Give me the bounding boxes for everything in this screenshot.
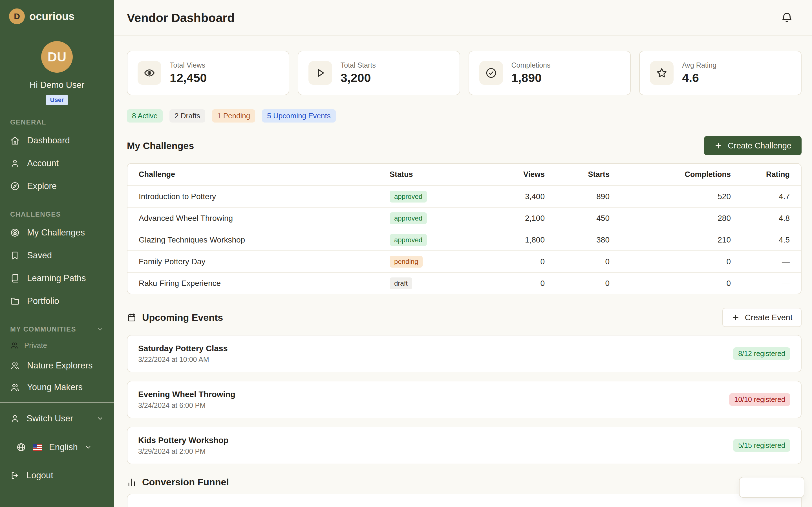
- registered-badge: 5/15 registered: [733, 439, 790, 452]
- sidebar-item-label: Dashboard: [27, 135, 70, 146]
- event-title: Evening Wheel Throwing: [138, 390, 236, 399]
- stat-value: 1,890: [511, 71, 551, 85]
- sidebar-item-label: Account: [27, 158, 59, 168]
- play-icon: [308, 61, 332, 85]
- stat-card-total-starts: Total Starts 3,200: [298, 51, 460, 95]
- sidebar-item-saved[interactable]: Saved: [0, 244, 114, 267]
- brand: D ocurious: [0, 0, 114, 24]
- section-label-general: GENERAL: [0, 118, 114, 126]
- stat-label: Avg Rating: [682, 61, 716, 69]
- sidebar-item-private[interactable]: Private: [0, 336, 114, 355]
- stat-value: 4.6: [682, 71, 716, 85]
- folder-icon: [10, 296, 20, 306]
- stat-card-completions: Completions 1,890: [469, 51, 631, 95]
- my-challenges-header: My Challenges Create Challenge: [127, 136, 802, 155]
- summary-badges: 8 Active 2 Drafts 1 Pending 5 Upcoming E…: [127, 109, 802, 122]
- event-card[interactable]: Evening Wheel Throwing 3/24/2024 at 6:00…: [127, 381, 802, 418]
- table-row[interactable]: Introduction to Pottery approved 3,400 8…: [128, 185, 801, 207]
- brand-name: ocurious: [29, 10, 74, 22]
- col-rating: Rating: [731, 170, 790, 179]
- main-content: Vendor Dashboard Total Views 12,450 Tota…: [114, 0, 812, 507]
- us-flag-icon: [33, 444, 42, 451]
- star-icon: [650, 61, 673, 85]
- sidebar-item-learning-paths[interactable]: Learning Paths: [0, 267, 114, 290]
- greeting-text: Hi Demo User: [30, 80, 85, 90]
- floating-widget[interactable]: [739, 477, 804, 498]
- topbar: Vendor Dashboard: [114, 0, 812, 36]
- event-title: Kids Pottery Workshop: [138, 436, 229, 445]
- conversion-funnel-card: 12,450: [127, 494, 802, 507]
- brand-logo: D: [9, 8, 25, 24]
- table-row[interactable]: Family Pottery Day pending 0 0 0 —: [128, 250, 801, 272]
- event-datetime: 3/29/2024 at 2:00 PM: [138, 447, 229, 455]
- status-badge: draft: [390, 277, 412, 289]
- language-selector[interactable]: English: [0, 435, 114, 459]
- stat-value: 12,450: [170, 71, 207, 85]
- col-views: Views: [497, 170, 545, 179]
- sidebar: D ocurious DU Hi Demo User User GENERAL …: [0, 0, 114, 507]
- sidebar-item-portfolio[interactable]: Portfolio: [0, 290, 114, 313]
- sidebar-item-account[interactable]: Account: [0, 152, 114, 175]
- sidebar-item-label: My Challenges: [27, 228, 85, 238]
- drafts-badge: 2 Drafts: [169, 109, 205, 122]
- stat-label: Total Views: [170, 61, 207, 69]
- chevron-down-icon[interactable]: [96, 326, 104, 333]
- users-icon: [10, 383, 20, 392]
- sidebar-item-my-challenges[interactable]: My Challenges: [0, 221, 114, 244]
- check-circle-icon: [479, 61, 503, 85]
- bell-icon[interactable]: [780, 11, 794, 24]
- sidebar-item-label: Portfolio: [27, 296, 59, 306]
- table-row[interactable]: Advanced Wheel Throwing approved 2,100 4…: [128, 207, 801, 229]
- status-badge: approved: [390, 234, 427, 246]
- conversion-funnel-title: Conversion Funnel: [142, 476, 229, 488]
- pending-badge: 1 Pending: [212, 109, 255, 122]
- sidebar-item-dashboard[interactable]: Dashboard: [0, 129, 114, 152]
- upcoming-events-title: Upcoming Events: [127, 312, 223, 323]
- registered-badge: 10/10 registered: [729, 393, 790, 406]
- globe-icon: [16, 443, 26, 452]
- stat-card-avg-rating: Avg Rating 4.6: [639, 51, 802, 95]
- section-label-my-communities[interactable]: MY COMMUNITIES: [0, 325, 114, 333]
- logout-button[interactable]: Logout: [0, 463, 114, 488]
- sidebar-item-label: Nature Explorers: [27, 360, 93, 371]
- sidebar-item-nature-explorers[interactable]: Nature Explorers: [0, 355, 114, 376]
- create-event-button[interactable]: Create Event: [722, 308, 802, 327]
- my-challenges-title: My Challenges: [127, 140, 194, 151]
- table-row[interactable]: Glazing Techniques Workshop approved 1,8…: [128, 229, 801, 250]
- plus-icon: [714, 142, 723, 150]
- section-label-challenges: CHALLENGES: [0, 210, 114, 218]
- conversion-funnel-header: Conversion Funnel: [127, 476, 802, 488]
- col-completions: Completions: [610, 170, 731, 179]
- sidebar-item-explore[interactable]: Explore: [0, 175, 114, 198]
- book-icon: [10, 274, 20, 283]
- stat-label: Total Starts: [341, 61, 376, 69]
- home-icon: [10, 136, 20, 145]
- event-datetime: 3/24/2024 at 6:00 PM: [138, 401, 236, 409]
- sidebar-item-young-makers[interactable]: Young Makers: [0, 376, 114, 398]
- stat-label: Completions: [511, 61, 551, 69]
- upcoming-events-header: Upcoming Events Create Event: [127, 308, 802, 327]
- sidebar-item-label: Saved: [27, 250, 52, 261]
- chevron-down-icon: [96, 415, 104, 422]
- calendar-icon: [127, 313, 137, 322]
- event-card[interactable]: Saturday Pottery Class 3/22/2024 at 10:0…: [127, 335, 802, 372]
- table-row[interactable]: Raku Firing Experience draft 0 0 0 —: [128, 272, 801, 294]
- sidebar-divider: [0, 402, 114, 402]
- create-challenge-button[interactable]: Create Challenge: [704, 136, 802, 155]
- active-badge: 8 Active: [127, 109, 163, 122]
- language-label: English: [49, 442, 78, 452]
- logout-icon: [10, 471, 20, 480]
- col-challenge: Challenge: [139, 170, 390, 179]
- logout-label: Logout: [27, 470, 53, 481]
- switch-user-button[interactable]: Switch User: [0, 406, 114, 431]
- col-status: Status: [390, 170, 497, 179]
- table-header-row: Challenge Status Views Starts Completion…: [128, 164, 801, 185]
- users-icon: [10, 361, 20, 371]
- sidebar-item-label: Learning Paths: [27, 273, 86, 283]
- event-card[interactable]: Kids Pottery Workshop 3/29/2024 at 2:00 …: [127, 427, 802, 464]
- sidebar-item-label: Explore: [27, 181, 57, 191]
- status-badge: approved: [390, 191, 427, 203]
- user-icon: [10, 159, 20, 168]
- profile: DU Hi Demo User User: [0, 41, 114, 105]
- stats-row: Total Views 12,450 Total Starts 3,200 Co…: [127, 51, 802, 95]
